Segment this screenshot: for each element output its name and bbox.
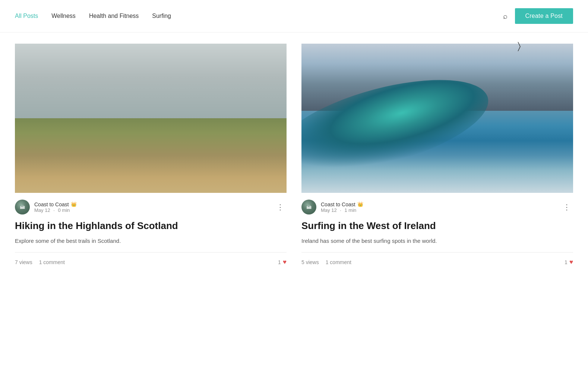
nav-wellness[interactable]: Wellness <box>51 13 76 19</box>
views-count: 7 views <box>15 259 32 265</box>
author-details: Coast to Coast 👑 May 12 · 1 min <box>321 201 363 213</box>
author-details: Coast to Coast 👑 May 12 · 0 min <box>34 201 77 213</box>
card-footer: 7 views 1 comment 1 ♥ <box>15 259 287 266</box>
author-name: Coast to Coast 👑 <box>321 201 363 207</box>
like-section[interactable]: 1 ♥ <box>278 259 287 266</box>
nav-health-fitness[interactable]: Health and Fitness <box>89 13 139 19</box>
card-stats: 5 views 1 comment <box>301 259 351 265</box>
card-stats: 7 views 1 comment <box>15 259 65 265</box>
card-body: 🏔 Coast to Coast 👑 May 12 · 0 min <box>15 193 287 266</box>
card-footer: 5 views 1 comment 1 ♥ <box>301 259 573 266</box>
views-count: 5 views <box>301 259 319 265</box>
avatar: 🏔 <box>301 200 316 214</box>
post-title[interactable]: Surfing in the West of Ireland <box>301 220 573 232</box>
avatar-image: 🏔 <box>301 200 316 214</box>
author-row: 🏔 Coast to Coast 👑 May 12 · 0 min <box>15 200 287 214</box>
card-divider <box>301 252 573 253</box>
posts-grid: 🏔 Coast to Coast 👑 May 12 · 0 min <box>0 32 588 281</box>
comments-count: 1 comment <box>39 259 65 265</box>
post-excerpt: Ireland has some of the best surfing spo… <box>301 237 573 245</box>
heart-icon[interactable]: ♥ <box>283 259 287 266</box>
author-info: 🏔 Coast to Coast 👑 May 12 · 0 min <box>15 200 77 214</box>
more-options-button[interactable]: ⋮ <box>561 203 573 212</box>
heart-icon[interactable]: ♥ <box>569 259 573 266</box>
avatar-image: 🏔 <box>15 200 30 214</box>
nav-all-posts[interactable]: All Posts <box>15 13 38 19</box>
nav-surfing[interactable]: Surfing <box>152 13 171 19</box>
author-info: 🏔 Coast to Coast 👑 May 12 · 1 min <box>301 200 363 214</box>
post-card: 🏔 Coast to Coast 👑 May 12 · 1 min <box>301 44 573 266</box>
author-meta: May 12 · 1 min <box>321 207 363 213</box>
avatar: 🏔 <box>15 200 30 214</box>
search-icon[interactable]: ⌕ <box>503 12 508 21</box>
nav-links: All Posts Wellness Health and Fitness Su… <box>15 13 503 19</box>
post-image[interactable] <box>15 44 287 193</box>
like-section[interactable]: 1 ♥ <box>565 259 573 266</box>
card-divider <box>15 252 287 253</box>
navigation: All Posts Wellness Health and Fitness Su… <box>0 0 588 32</box>
post-excerpt: Explore some of the best trails in Scotl… <box>15 237 287 245</box>
author-row: 🏔 Coast to Coast 👑 May 12 · 1 min <box>301 200 573 214</box>
author-name: Coast to Coast 👑 <box>34 201 77 207</box>
post-title[interactable]: Hiking in the Highlands of Scotland <box>15 220 287 232</box>
comments-count: 1 comment <box>326 259 351 265</box>
like-count: 1 <box>565 259 568 265</box>
more-options-button[interactable]: ⋮ <box>274 203 287 212</box>
create-post-button[interactable]: Create a Post <box>515 8 573 24</box>
crown-icon: 👑 <box>71 201 77 207</box>
card-body: 🏔 Coast to Coast 👑 May 12 · 1 min <box>301 193 573 266</box>
post-image[interactable] <box>301 44 573 193</box>
post-card: 🏔 Coast to Coast 👑 May 12 · 0 min <box>15 44 287 266</box>
author-meta: May 12 · 0 min <box>34 207 77 213</box>
like-count: 1 <box>278 259 281 265</box>
nav-right: ⌕ Create a Post <box>503 8 573 24</box>
crown-icon: 👑 <box>357 201 363 207</box>
